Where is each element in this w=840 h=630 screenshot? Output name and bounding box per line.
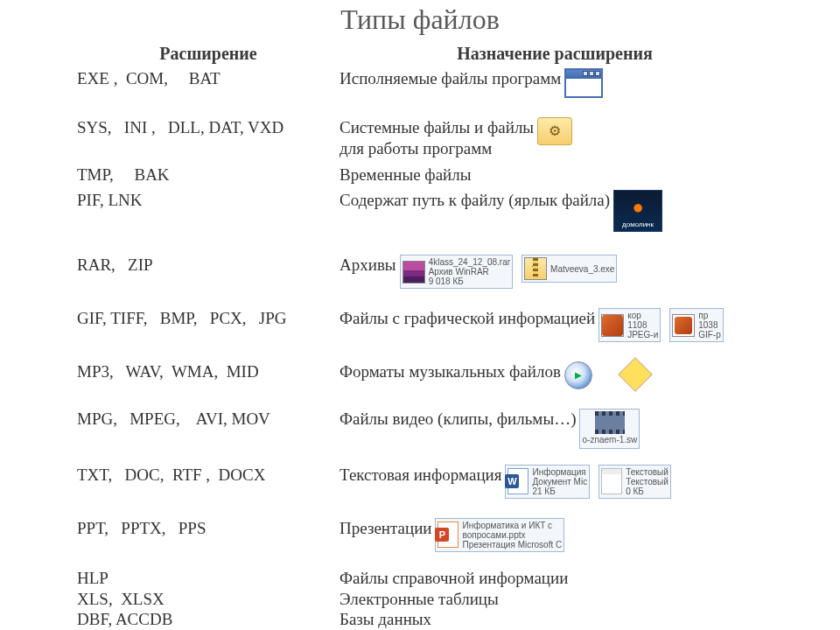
table-row: PPT, PPTX, PPS Презентации Информатика и… [77, 518, 805, 552]
table-row: TMP, BAK Временные файлы [77, 164, 805, 186]
extension-cell: SYS, INI , DLL, DAT, VXD [77, 117, 340, 138]
description-cell: Системные файлы и файлы для работы прогр… [340, 117, 534, 159]
table-row: TXT, DOC, RTF , DOCX Текстовая информаци… [77, 465, 805, 499]
description-cell: Презентации [340, 518, 431, 539]
file-name: Matveeva_3.exe [550, 264, 614, 274]
extension-cell: XLS, XLSX [77, 589, 340, 610]
ppt-file-icon: Информатика и ИКТ с вопросами.pptx Презе… [435, 518, 564, 552]
txt-file-icon: Текстовый Текстовый 0 КБ [598, 465, 671, 499]
description-cell: Временные файлы [340, 164, 472, 186]
extension-cell: GIF, TIFF, BMP, PCX, JPG [77, 308, 340, 329]
table-row: EXE , COM, BAT Исполняемые файлы програм… [77, 68, 805, 98]
description-cell: Текстовая информация [340, 465, 501, 486]
system-folder-icon [537, 117, 572, 145]
description-cell: Форматы музыкальных файлов [340, 361, 561, 382]
description-cell: Архивы [340, 255, 396, 276]
file-name: Текстовый [626, 467, 668, 477]
extension-cell: DBF, ACCDB [77, 609, 340, 630]
gif-file-icon: пр 1038 GIF-р [669, 308, 724, 342]
file-size: 9 018 КБ [429, 276, 510, 286]
extension-cell: RAR, ZIP [77, 255, 340, 276]
description-cell: Файлы видео (клипы, фильмы…) [340, 409, 576, 430]
file-name: Информатика и ИКТ с [462, 521, 562, 530]
extension-cell: MPG, MPEG, AVI, MOV [77, 409, 340, 430]
extension-cell: MP3, WAV, WMA, MID [77, 361, 340, 382]
music-tag-icon [622, 361, 648, 388]
page: Типы файлов Расширение Назначение расшир… [0, 0, 840, 630]
description-cell: Базы данных [340, 609, 431, 630]
extension-cell: TXT, DOC, RTF , DOCX [77, 465, 340, 486]
description-cell: Содержат путь к файлу (ярлык файла) [340, 190, 610, 211]
file-name: 4klass_24_12_08.rar [429, 257, 510, 267]
header-description: Назначение расширения [340, 44, 770, 64]
description-cell: Электронные таблицы [340, 589, 499, 610]
table-row: XLS, XLSX Электронные таблицы [77, 589, 805, 610]
table-row: DBF, ACCDB Базы данных [77, 609, 805, 630]
window-icon [564, 68, 603, 98]
table-row: GIF, TIFF, BMP, PCX, JPG Файлы с графиче… [77, 308, 805, 342]
file-type: Архив WinRAR [429, 267, 510, 276]
extension-cell: PIF, LNK [77, 190, 340, 211]
extension-cell: HLP [77, 568, 340, 589]
table-body: EXE , COM, BAT Исполняемые файлы програм… [77, 68, 805, 630]
shortcut-icon: домолинк [613, 190, 662, 232]
header-extension: Расширение [77, 44, 340, 64]
file-name: Информация [532, 467, 587, 477]
word-file-icon: Информация Документ Mic 21 КБ [505, 465, 590, 499]
table-header: Расширение Назначение расширения [77, 44, 770, 64]
description-cell: Файлы с графической информацией [340, 308, 595, 329]
file-name: o-znaem-1.sw [582, 435, 637, 446]
table-row: PIF, LNK Содержат путь к файлу (ярлык фа… [77, 190, 805, 232]
file-name: пр [698, 311, 721, 320]
table-row: HLP Файлы справочной информации [77, 568, 805, 589]
description-cell: Файлы справочной информации [340, 568, 568, 589]
table-row: MP3, WAV, WMA, MID Форматы музыкальных ф… [77, 361, 805, 389]
table-row: SYS, INI , DLL, DAT, VXD Системные файлы… [77, 117, 805, 159]
extension-cell: EXE , COM, BAT [77, 68, 340, 89]
table-row: MPG, MPEG, AVI, MOV Файлы видео (клипы, … [77, 409, 805, 449]
file-name: кор [627, 311, 658, 320]
video-file-icon: o-znaem-1.sw [579, 409, 640, 449]
jpeg-file-icon: кор 1108 JPEG-и [598, 308, 661, 342]
description-cell: Исполняемые файлы программ [340, 68, 561, 89]
zip-file-icon: Matveeva_3.exe [522, 255, 617, 283]
extension-cell: PPT, PPTX, PPS [77, 518, 340, 539]
page-title: Типы файлов [0, 4, 840, 36]
table-row: RAR, ZIP Архивы 4klass_24_12_08.rar Архи… [77, 255, 805, 289]
media-player-icon [564, 361, 592, 389]
extension-cell: TMP, BAK [77, 164, 340, 186]
rar-file-icon: 4klass_24_12_08.rar Архив WinRAR 9 018 К… [400, 255, 513, 289]
